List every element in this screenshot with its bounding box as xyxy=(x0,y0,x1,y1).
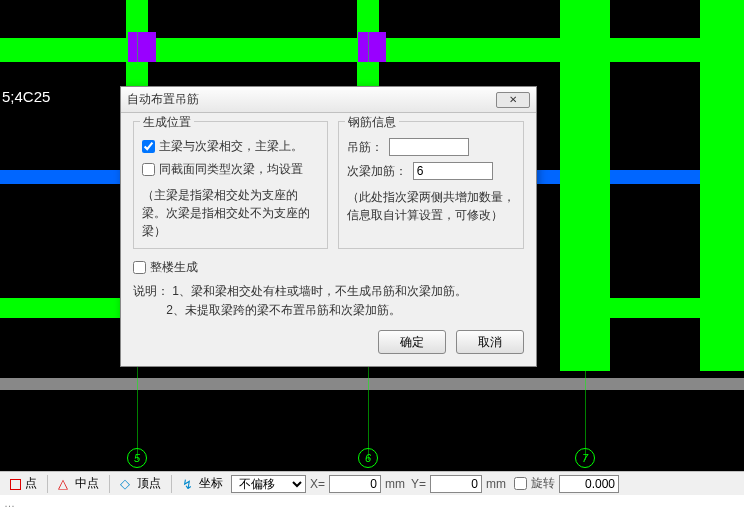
checkbox-same-section[interactable]: 同截面同类型次梁，均设置 xyxy=(142,161,319,178)
beam-h xyxy=(0,38,560,62)
y-input[interactable] xyxy=(430,475,482,493)
coord-label: 坐标 xyxy=(199,475,223,492)
snap-endpoint-button[interactable]: 点 xyxy=(2,473,43,494)
explain-line1: 1、梁和梁相交处有柱或墙时，不生成吊筋和次梁加筋。 xyxy=(172,284,467,298)
explain-label: 说明： xyxy=(133,284,169,298)
diaojin-input[interactable] xyxy=(389,138,469,156)
cancel-button[interactable]: 取消 xyxy=(456,330,524,354)
snap-endpoint-label: 点 xyxy=(25,475,37,492)
checkbox-whole-floor[interactable]: 整楼生成 xyxy=(133,259,524,276)
floor-band xyxy=(0,378,744,390)
beam-h xyxy=(0,298,120,318)
rotate-input[interactable] xyxy=(559,475,619,493)
separator xyxy=(47,475,48,493)
diaojin-label: 吊筋： xyxy=(347,139,383,156)
grid-bubble-5: 5 xyxy=(127,448,147,468)
legend-gen-position: 生成位置 xyxy=(140,114,194,131)
ciliang-label: 次梁加筋： xyxy=(347,163,407,180)
checkbox-main-secondary[interactable]: 主梁与次梁相交，主梁上。 xyxy=(142,138,319,155)
checkbox-whole-floor-label: 整楼生成 xyxy=(150,259,198,276)
x-unit: mm xyxy=(383,477,407,491)
midpoint-icon xyxy=(58,477,72,491)
y-unit: mm xyxy=(484,477,508,491)
coord-icon: ↯ xyxy=(182,477,196,491)
grid-line xyxy=(585,0,586,460)
checkbox-main-secondary-label: 主梁与次梁相交，主梁上。 xyxy=(159,138,303,155)
x-label: X= xyxy=(308,477,327,491)
y-label: Y= xyxy=(409,477,428,491)
snap-midpoint-button[interactable]: 中点 xyxy=(52,473,105,494)
snap-midpoint-label: 中点 xyxy=(75,475,99,492)
rotate-checkbox[interactable] xyxy=(514,477,527,490)
coord-button[interactable]: ↯ 坐标 xyxy=(176,473,229,494)
checkbox-same-section-label: 同截面同类型次梁，均设置 xyxy=(159,161,303,178)
footer-strip: … xyxy=(0,495,744,510)
snap-toppoint-button[interactable]: 顶点 xyxy=(114,473,167,494)
checkbox-main-secondary-input[interactable] xyxy=(142,140,155,153)
ciliang-input[interactable] xyxy=(413,162,493,180)
ok-button[interactable]: 确定 xyxy=(378,330,446,354)
grid-bubble-6: 6 xyxy=(358,448,378,468)
separator xyxy=(171,475,172,493)
explain-line2: 2、未提取梁跨的梁不布置吊筋和次梁加筋。 xyxy=(166,303,401,317)
endpoint-icon xyxy=(8,477,22,491)
dialog-auto-hanger-bar: 自动布置吊筋 ✕ 生成位置 主梁与次梁相交，主梁上。 同截面同类型次梁，均设置 … xyxy=(120,86,537,367)
close-icon[interactable]: ✕ xyxy=(496,92,530,108)
legend-rebar-info: 钢筋信息 xyxy=(345,114,399,131)
separator xyxy=(109,475,110,493)
toppoint-icon xyxy=(120,477,134,491)
checkbox-whole-floor-input[interactable] xyxy=(133,261,146,274)
dimension-label: 5;4C25 xyxy=(2,88,50,105)
dialog-titlebar[interactable]: 自动布置吊筋 ✕ xyxy=(121,87,536,113)
footer-text: … xyxy=(4,497,15,509)
beam-v xyxy=(700,0,744,371)
dialog-title-text: 自动布置吊筋 xyxy=(127,91,199,108)
x-input[interactable] xyxy=(329,475,381,493)
rebar-note: （此处指次梁两侧共增加数量，信息取自计算设置，可修改） xyxy=(347,188,515,224)
column-purple xyxy=(358,32,386,62)
grid-bubble-7: 7 xyxy=(575,448,595,468)
fieldset-rebar-info: 钢筋信息 吊筋： 次梁加筋： （此处指次梁两侧共增加数量，信息取自计算设置，可修… xyxy=(338,121,524,249)
gen-position-note: （主梁是指梁相交处为支座的梁。次梁是指相交处不为支座的梁） xyxy=(142,186,319,240)
snap-toppoint-label: 顶点 xyxy=(137,475,161,492)
rotate-label: 旋转 xyxy=(529,475,557,492)
fieldset-gen-position: 生成位置 主梁与次梁相交，主梁上。 同截面同类型次梁，均设置 （主梁是指梁相交处… xyxy=(133,121,328,249)
checkbox-same-section-input[interactable] xyxy=(142,163,155,176)
offset-mode-select[interactable]: 不偏移 xyxy=(231,475,306,493)
status-bar: 点 中点 顶点 ↯ 坐标 不偏移 X= mm Y= mm 旋转 xyxy=(0,471,744,495)
column-purple xyxy=(128,32,156,62)
